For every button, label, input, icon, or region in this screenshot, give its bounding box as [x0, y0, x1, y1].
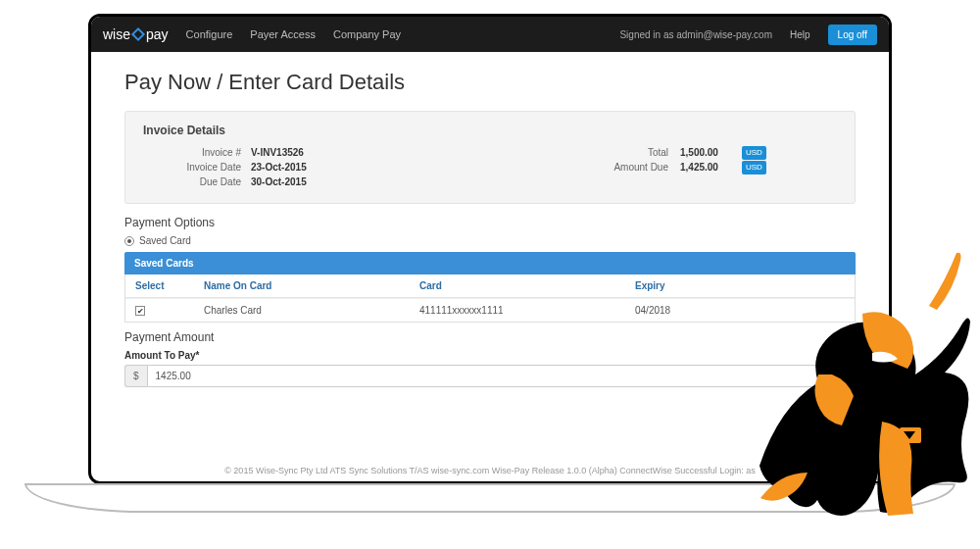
- due-date-label: Due Date: [143, 175, 251, 189]
- logoff-button[interactable]: Log off: [828, 25, 877, 45]
- currency-badge: USD: [742, 146, 766, 160]
- col-card: Card: [419, 280, 635, 291]
- ninja-mascot-icon: [725, 245, 970, 529]
- row-checkbox[interactable]: ✔: [135, 306, 145, 316]
- row-name: Charles Card: [204, 305, 419, 316]
- saved-card-label: Saved Card: [139, 235, 191, 246]
- payment-options-title: Payment Options: [124, 216, 856, 229]
- invoice-date-label: Invoice Date: [143, 160, 251, 175]
- help-link[interactable]: Help: [790, 29, 810, 40]
- amount-due-label: Amount Due: [572, 160, 680, 175]
- diamond-icon: [131, 27, 145, 41]
- brand-left: wise: [103, 26, 130, 42]
- invoice-date-value: 23-Oct-2015: [251, 160, 307, 175]
- row-card: 411111xxxxxx1111: [419, 305, 635, 316]
- invoice-panel-title: Invoice Details: [143, 124, 837, 137]
- currency-badge: USD: [742, 161, 766, 175]
- invoice-panel: Invoice Details Invoice #V-INV13526 Invo…: [124, 111, 856, 204]
- total-label: Total: [572, 145, 680, 160]
- page-title: Pay Now / Enter Card Details: [124, 70, 856, 95]
- col-select: Select: [135, 280, 204, 291]
- nav-company-pay[interactable]: Company Pay: [333, 28, 401, 40]
- nav-payer-access[interactable]: Payer Access: [250, 28, 316, 40]
- radio-icon[interactable]: [124, 236, 134, 246]
- total-value: 1,500.00: [680, 145, 739, 160]
- due-date-value: 30-Oct-2015: [251, 175, 307, 189]
- invoice-number-value: V-INV13526: [251, 145, 304, 160]
- invoice-number-label: Invoice #: [143, 145, 251, 160]
- brand-right: pay: [146, 26, 169, 42]
- currency-symbol: $: [124, 365, 147, 387]
- brand-logo: wise pay: [103, 26, 169, 42]
- nav-configure[interactable]: Configure: [186, 28, 233, 40]
- top-navbar: wise pay Configure Payer Access Company …: [91, 17, 889, 52]
- col-name: Name On Card: [204, 280, 419, 291]
- signed-in-label: Signed in as admin@wise-pay.com: [619, 29, 772, 40]
- amount-due-value: 1,425.00: [680, 160, 739, 175]
